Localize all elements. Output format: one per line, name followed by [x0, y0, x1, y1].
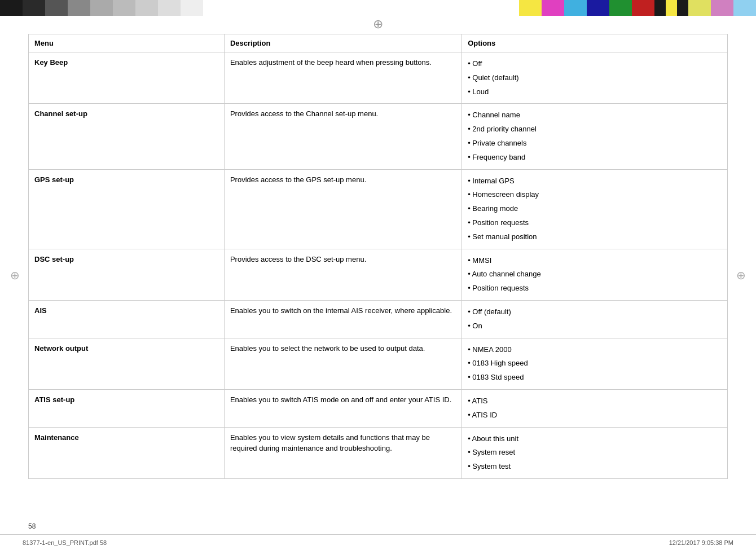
compass-right-icon: ⊕	[736, 269, 746, 282]
option-item: MMSI	[468, 254, 722, 268]
color-block	[666, 0, 677, 16]
cell-menu: DSC set-up	[29, 249, 225, 300]
color-block-magenta	[542, 0, 564, 16]
header-description: Description	[224, 34, 461, 52]
cell-description: Enables you to switch ATIS mode on and o…	[224, 389, 461, 427]
color-block	[677, 0, 688, 16]
cell-description: Provides access to the DSC set-up menu.	[224, 249, 461, 300]
option-item: 2nd priority channel	[468, 122, 722, 137]
option-item: Internal GPS	[468, 174, 722, 188]
top-bar-right	[378, 0, 756, 16]
footer-date: 12/21/2017 9:05:38 PM	[669, 539, 733, 546]
top-color-bar	[0, 0, 756, 16]
option-item: System reset	[468, 446, 722, 460]
cell-options: Internal GPSHomescreen displayBearing mo…	[462, 169, 728, 249]
footer-bar: 81377-1-en_US_PRINT.pdf 58 12/21/2017 9:…	[0, 534, 756, 550]
compass-left-icon: ⊕	[10, 269, 20, 282]
cell-menu: Channel set-up	[29, 104, 225, 169]
color-block	[158, 0, 181, 16]
cell-options: ATISATIS ID	[462, 389, 728, 427]
cell-description: Enables you to switch on the internal AI…	[224, 300, 461, 338]
cell-description: Provides access to the GPS set-up menu.	[224, 169, 461, 249]
color-block	[181, 0, 203, 16]
option-item: Frequency band	[468, 151, 722, 165]
color-block-blue	[587, 0, 609, 16]
table-row: DSC set-upProvides access to the DSC set…	[29, 249, 728, 300]
color-block-green	[609, 0, 632, 16]
cell-menu: ATIS set-up	[29, 389, 225, 427]
color-block-lightcyan	[733, 0, 756, 16]
cell-description: Enables adjustment of the beep heard whe…	[224, 52, 461, 104]
main-content: Menu Description Options Key BeepEnables…	[28, 34, 728, 516]
color-block	[654, 0, 666, 16]
footer-filename: 81377-1-en_US_PRINT.pdf 58	[23, 539, 107, 546]
color-block	[23, 0, 45, 16]
header-options: Options	[462, 34, 728, 52]
cell-menu: AIS	[29, 300, 225, 338]
cell-options: Channel name2nd priority channelPrivate …	[462, 104, 728, 169]
cell-menu: Key Beep	[29, 52, 225, 104]
option-item: Loud	[468, 85, 722, 99]
table-row: Network outputEnables you to select the …	[29, 338, 728, 389]
cell-options: About this unitSystem resetSystem test	[462, 427, 728, 478]
cell-description: Provides access to the Channel set-up me…	[224, 104, 461, 169]
table-row: MaintenanceEnables you to view system de…	[29, 427, 728, 478]
menu-table: Menu Description Options Key BeepEnables…	[28, 34, 728, 479]
cell-menu: Network output	[29, 338, 225, 389]
option-item: Bearing mode	[468, 202, 722, 216]
color-block-red	[632, 0, 654, 16]
header-menu: Menu	[29, 34, 225, 52]
table-header-row: Menu Description Options	[29, 34, 728, 52]
cell-description: Enables you to view system details and f…	[224, 427, 461, 478]
page-number: 58	[28, 522, 36, 530]
color-block	[113, 0, 135, 16]
color-block-cyan	[564, 0, 587, 16]
option-item: Off	[468, 57, 722, 71]
option-item: Off (default)	[468, 305, 722, 319]
color-block	[711, 0, 733, 16]
cell-options: MMSIAuto channel changePosition requests	[462, 249, 728, 300]
cell-menu: GPS set-up	[29, 169, 225, 249]
cell-menu: Maintenance	[29, 427, 225, 478]
top-bar-left	[0, 0, 378, 16]
option-item: Set manual position	[468, 230, 722, 244]
option-item: Homescreen display	[468, 188, 722, 202]
color-block	[0, 0, 23, 16]
color-block	[135, 0, 158, 16]
table-row: Channel set-upProvides access to the Cha…	[29, 104, 728, 169]
option-item: Position requests	[468, 281, 722, 296]
color-block	[688, 0, 711, 16]
color-block	[90, 0, 113, 16]
option-item: Auto channel change	[468, 267, 722, 281]
option-item: About this unit	[468, 432, 722, 446]
color-block	[68, 0, 90, 16]
cell-options: Off (default)On	[462, 300, 728, 338]
cell-options: NMEA 20000183 High speed0183 Std speed	[462, 338, 728, 389]
table-row: ATIS set-upEnables you to switch ATIS mo…	[29, 389, 728, 427]
table-row: Key BeepEnables adjustment of the beep h…	[29, 52, 728, 104]
crosshair-top-icon: ⊕	[371, 17, 385, 32]
option-item: Private channels	[468, 137, 722, 151]
table-row: AISEnables you to switch on the internal…	[29, 300, 728, 338]
cell-options: OffQuiet (default)Loud	[462, 52, 728, 104]
option-item: 0183 Std speed	[468, 371, 722, 385]
option-item: ATIS ID	[468, 408, 722, 423]
option-item: On	[468, 319, 722, 333]
option-item: ATIS	[468, 394, 722, 408]
color-block-yellow	[519, 0, 542, 16]
cell-description: Enables you to select the network to be …	[224, 338, 461, 389]
option-item: Quiet (default)	[468, 71, 722, 85]
option-item: 0183 High speed	[468, 357, 722, 371]
option-item: System test	[468, 460, 722, 474]
color-block	[45, 0, 68, 16]
table-row: GPS set-upProvides access to the GPS set…	[29, 169, 728, 249]
option-item: Position requests	[468, 216, 722, 230]
option-item: Channel name	[468, 108, 722, 122]
option-item: NMEA 2000	[468, 343, 722, 357]
